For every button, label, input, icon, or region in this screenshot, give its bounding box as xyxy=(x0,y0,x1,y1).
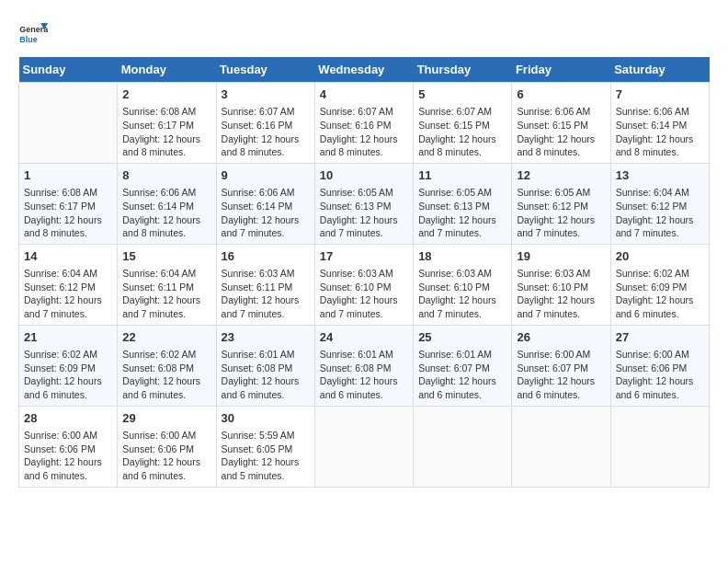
calendar-cell: 5 Sunrise: 6:07 AM Sunset: 6:15 PM Dayli… xyxy=(414,83,512,164)
sunset-text: Sunset: 6:12 PM xyxy=(616,201,688,212)
day-number: 7 xyxy=(616,86,704,103)
sunrise-text: Sunrise: 6:03 AM xyxy=(222,268,295,279)
daylight-label: Daylight: 12 hours and 6 minutes. xyxy=(616,294,694,319)
sunset-text: Sunset: 6:08 PM xyxy=(222,362,293,373)
sunrise-text: Sunrise: 6:07 AM xyxy=(320,106,393,117)
sunset-text: Sunset: 6:11 PM xyxy=(222,282,293,293)
daylight-label: Daylight: 12 hours and 6 minutes. xyxy=(320,375,398,400)
daylight-label: Daylight: 12 hours and 7 minutes. xyxy=(517,294,595,319)
sunset-text: Sunset: 6:14 PM xyxy=(122,201,194,212)
calendar-cell: 23 Sunrise: 6:01 AM Sunset: 6:08 PM Dayl… xyxy=(216,325,314,406)
daylight-label: Daylight: 12 hours and 8 minutes. xyxy=(122,214,200,239)
daylight-label: Daylight: 12 hours and 5 minutes. xyxy=(222,456,300,481)
day-header-wednesday: Wednesday xyxy=(314,57,413,83)
calendar-cell: 9 Sunrise: 6:06 AM Sunset: 6:14 PM Dayli… xyxy=(216,163,314,244)
daylight-label: Daylight: 12 hours and 6 minutes. xyxy=(24,456,102,481)
day-number: 3 xyxy=(222,86,310,103)
day-number: 19 xyxy=(517,248,605,265)
sunset-text: Sunset: 6:13 PM xyxy=(320,201,392,212)
calendar-cell: 26 Sunrise: 6:00 AM Sunset: 6:07 PM Dayl… xyxy=(512,325,610,406)
day-number: 8 xyxy=(122,167,210,184)
calendar-cell xyxy=(512,406,610,487)
sunset-text: Sunset: 6:10 PM xyxy=(320,282,392,293)
sunrise-text: Sunrise: 5:59 AM xyxy=(222,430,295,441)
sunrise-text: Sunrise: 6:04 AM xyxy=(122,268,196,279)
daylight-label: Daylight: 12 hours and 7 minutes. xyxy=(418,294,496,319)
day-number: 30 xyxy=(222,410,310,427)
sunrise-text: Sunrise: 6:06 AM xyxy=(616,106,689,117)
sunset-text: Sunset: 6:10 PM xyxy=(517,282,588,293)
calendar-cell: 8 Sunrise: 6:06 AM Sunset: 6:14 PM Dayli… xyxy=(118,163,216,244)
sunset-text: Sunset: 6:08 PM xyxy=(320,362,392,373)
daylight-label: Daylight: 12 hours and 6 minutes. xyxy=(122,456,200,481)
calendar-cell: 7 Sunrise: 6:06 AM Sunset: 6:14 PM Dayli… xyxy=(610,83,709,164)
calendar-cell: 29 Sunrise: 6:00 AM Sunset: 6:06 PM Dayl… xyxy=(118,406,216,487)
day-number: 18 xyxy=(418,248,506,265)
calendar-week-row: 2 Sunrise: 6:08 AM Sunset: 6:17 PM Dayli… xyxy=(19,83,710,164)
daylight-label: Daylight: 12 hours and 6 minutes. xyxy=(616,375,694,400)
calendar-cell: 16 Sunrise: 6:03 AM Sunset: 6:11 PM Dayl… xyxy=(216,244,314,325)
daylight-label: Daylight: 12 hours and 8 minutes. xyxy=(24,214,102,239)
calendar-cell: 1 Sunrise: 6:08 AM Sunset: 6:17 PM Dayli… xyxy=(19,163,118,244)
sunrise-text: Sunrise: 6:01 AM xyxy=(320,349,393,360)
sunset-text: Sunset: 6:11 PM xyxy=(122,282,194,293)
sunset-text: Sunset: 6:15 PM xyxy=(517,120,588,131)
logo-icon: General Blue xyxy=(18,18,48,48)
daylight-label: Daylight: 12 hours and 8 minutes. xyxy=(616,133,694,158)
sunrise-text: Sunrise: 6:07 AM xyxy=(222,106,295,117)
day-header-tuesday: Tuesday xyxy=(216,57,314,83)
day-number: 6 xyxy=(517,86,605,103)
sunrise-text: Sunrise: 6:03 AM xyxy=(418,268,492,279)
sunset-text: Sunset: 6:15 PM xyxy=(418,120,490,131)
sunset-text: Sunset: 6:17 PM xyxy=(24,201,96,212)
calendar-cell: 21 Sunrise: 6:02 AM Sunset: 6:09 PM Dayl… xyxy=(19,325,118,406)
sunset-text: Sunset: 6:16 PM xyxy=(222,120,293,131)
day-number: 5 xyxy=(418,86,506,103)
sunset-text: Sunset: 6:17 PM xyxy=(122,120,194,131)
daylight-label: Daylight: 12 hours and 8 minutes. xyxy=(418,133,496,158)
day-number: 27 xyxy=(616,329,704,346)
calendar-cell: 18 Sunrise: 6:03 AM Sunset: 6:10 PM Dayl… xyxy=(414,244,512,325)
sunrise-text: Sunrise: 6:06 AM xyxy=(122,187,196,198)
sunset-text: Sunset: 6:10 PM xyxy=(418,282,490,293)
day-number: 11 xyxy=(418,167,506,184)
day-number: 1 xyxy=(24,167,112,184)
sunrise-text: Sunrise: 6:08 AM xyxy=(122,106,196,117)
daylight-label: Daylight: 12 hours and 7 minutes. xyxy=(616,214,694,239)
daylight-label: Daylight: 12 hours and 6 minutes. xyxy=(222,375,300,400)
sunrise-text: Sunrise: 6:05 AM xyxy=(418,187,492,198)
calendar-cell xyxy=(414,406,512,487)
daylight-label: Daylight: 12 hours and 6 minutes. xyxy=(517,375,595,400)
day-number: 24 xyxy=(320,329,408,346)
sunrise-text: Sunrise: 6:06 AM xyxy=(517,106,590,117)
calendar-cell: 17 Sunrise: 6:03 AM Sunset: 6:10 PM Dayl… xyxy=(314,244,413,325)
day-number: 29 xyxy=(122,410,210,427)
calendar-cell: 6 Sunrise: 6:06 AM Sunset: 6:15 PM Dayli… xyxy=(512,83,610,164)
sunrise-text: Sunrise: 6:01 AM xyxy=(418,349,492,360)
calendar-cell: 12 Sunrise: 6:05 AM Sunset: 6:12 PM Dayl… xyxy=(512,163,610,244)
calendar-cell: 30 Sunrise: 5:59 AM Sunset: 6:05 PM Dayl… xyxy=(216,406,314,487)
calendar-cell: 27 Sunrise: 6:00 AM Sunset: 6:06 PM Dayl… xyxy=(610,325,709,406)
day-number: 28 xyxy=(24,410,112,427)
sunrise-text: Sunrise: 6:04 AM xyxy=(24,268,97,279)
logo: General Blue xyxy=(18,18,48,48)
sunset-text: Sunset: 6:13 PM xyxy=(418,201,490,212)
day-number: 9 xyxy=(222,167,310,184)
sunrise-text: Sunrise: 6:07 AM xyxy=(418,106,492,117)
calendar-cell: 20 Sunrise: 6:02 AM Sunset: 6:09 PM Dayl… xyxy=(610,244,709,325)
day-header-saturday: Saturday xyxy=(610,57,709,83)
calendar-cell: 19 Sunrise: 6:03 AM Sunset: 6:10 PM Dayl… xyxy=(512,244,610,325)
daylight-label: Daylight: 12 hours and 7 minutes. xyxy=(320,214,398,239)
daylight-label: Daylight: 12 hours and 8 minutes. xyxy=(320,133,398,158)
svg-text:Blue: Blue xyxy=(19,35,37,44)
sunset-text: Sunset: 6:09 PM xyxy=(616,282,688,293)
daylight-label: Daylight: 12 hours and 7 minutes. xyxy=(24,294,102,319)
calendar-cell: 28 Sunrise: 6:00 AM Sunset: 6:06 PM Dayl… xyxy=(19,406,118,487)
sunrise-text: Sunrise: 6:00 AM xyxy=(517,349,590,360)
daylight-label: Daylight: 12 hours and 6 minutes. xyxy=(418,375,496,400)
daylight-label: Daylight: 12 hours and 7 minutes. xyxy=(122,294,200,319)
calendar-cell: 22 Sunrise: 6:02 AM Sunset: 6:08 PM Dayl… xyxy=(118,325,216,406)
day-header-friday: Friday xyxy=(512,57,610,83)
sunrise-text: Sunrise: 6:00 AM xyxy=(616,349,689,360)
page-header: General Blue xyxy=(18,18,710,48)
